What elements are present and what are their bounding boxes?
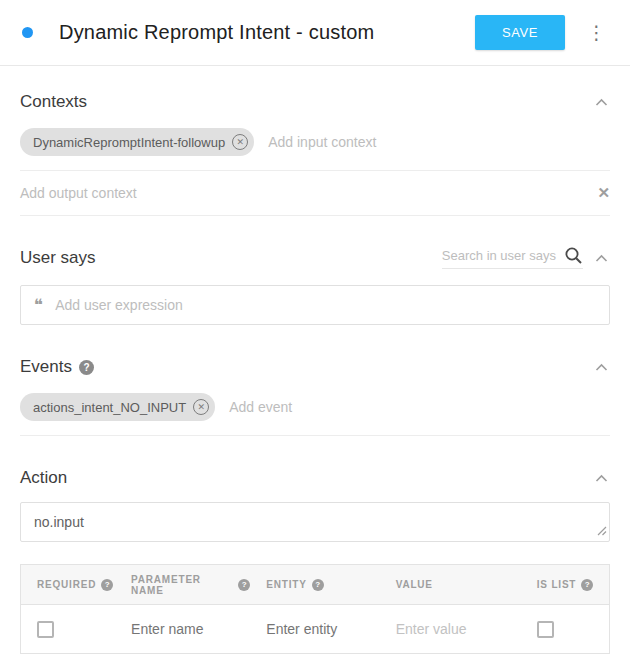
col-entity-label: ENTITY [266, 579, 306, 590]
page-title: Dynamic Reprompt Intent - custom [59, 21, 374, 44]
required-help-icon[interactable]: ? [101, 579, 113, 591]
contexts-title: Contexts [20, 92, 87, 112]
entity-help-icon[interactable]: ? [312, 579, 324, 591]
chevron-up-icon [595, 474, 608, 482]
is-list-checkbox[interactable] [537, 621, 554, 638]
clear-output-context-icon[interactable]: ✕ [597, 184, 610, 202]
user-expression-input[interactable]: ❝ Add user expression [20, 285, 610, 325]
kebab-menu-icon[interactable]: ⋮ [581, 21, 612, 44]
resize-handle-icon[interactable] [597, 523, 607, 539]
output-contexts-row: Add output context ✕ [20, 171, 610, 215]
action-section: Action no.input REQUIRED ? PARAMETER NAM… [0, 468, 630, 654]
contexts-collapse-button[interactable] [593, 94, 610, 110]
add-input-context-field[interactable]: Add input context [268, 134, 376, 150]
entity-input[interactable]: Enter entity [266, 621, 337, 637]
intent-header: Dynamic Reprompt Intent - custom SAVE ⋮ [0, 0, 630, 66]
parameters-table: REQUIRED ? PARAMETER NAME ? ENTITY ? VAL… [20, 564, 610, 654]
user-says-collapse-button[interactable] [593, 250, 610, 266]
events-help-icon[interactable]: ? [79, 360, 94, 375]
col-required-label: REQUIRED [37, 579, 96, 590]
event-chip-label: actions_intent_NO_INPUT [33, 400, 186, 415]
event-chip: actions_intent_NO_INPUT ✕ [20, 393, 215, 421]
chevron-up-icon [595, 363, 608, 371]
divider [20, 435, 610, 436]
user-says-title: User says [20, 248, 96, 268]
parameters-header-row: REQUIRED ? PARAMETER NAME ? ENTITY ? VAL… [21, 565, 609, 605]
action-title: Action [20, 468, 67, 488]
chevron-up-icon [595, 98, 608, 106]
chevron-up-icon [595, 254, 608, 262]
action-collapse-button[interactable] [593, 470, 610, 486]
add-output-context-field[interactable]: Add output context [20, 185, 137, 201]
add-event-field[interactable]: Add event [229, 399, 292, 415]
user-expression-placeholder: Add user expression [55, 297, 183, 313]
remove-context-icon[interactable]: ✕ [232, 134, 248, 150]
user-says-search[interactable]: Search in user says [442, 246, 583, 269]
remove-event-icon[interactable]: ✕ [193, 399, 209, 415]
action-input[interactable]: no.input [20, 502, 610, 542]
input-contexts-row: DynamicRepromptIntent-followup ✕ Add inp… [20, 128, 610, 156]
value-input[interactable]: Enter value [396, 621, 467, 637]
parameter-name-help-icon[interactable]: ? [238, 579, 250, 591]
required-checkbox[interactable] [37, 621, 54, 638]
parameter-name-input[interactable]: Enter name [131, 621, 203, 637]
user-says-section: User says Search in user says ❝ Add user… [0, 246, 630, 325]
search-icon[interactable] [564, 246, 583, 265]
divider [20, 215, 610, 216]
parameter-row: Enter name Enter entity Enter value [21, 605, 609, 653]
quote-icon: ❝ [34, 297, 43, 314]
search-input[interactable]: Search in user says [442, 248, 556, 263]
col-value-label: VALUE [396, 579, 433, 590]
input-context-chip-label: DynamicRepromptIntent-followup [33, 135, 225, 150]
intent-priority-dot[interactable] [22, 27, 33, 38]
is-list-help-icon[interactable]: ? [581, 579, 593, 591]
events-title: Events [20, 357, 72, 377]
input-context-chip: DynamicRepromptIntent-followup ✕ [20, 128, 254, 156]
save-button[interactable]: SAVE [475, 15, 565, 50]
col-parameter-name-label: PARAMETER NAME [131, 574, 233, 596]
events-collapse-button[interactable] [593, 359, 610, 375]
events-chip-row: actions_intent_NO_INPUT ✕ Add event [20, 393, 610, 421]
events-section: Events ? actions_intent_NO_INPUT ✕ Add e… [0, 357, 630, 436]
contexts-section: Contexts DynamicRepromptIntent-followup … [0, 66, 630, 216]
col-is-list-label: IS LIST [537, 579, 577, 590]
action-value: no.input [34, 514, 84, 530]
